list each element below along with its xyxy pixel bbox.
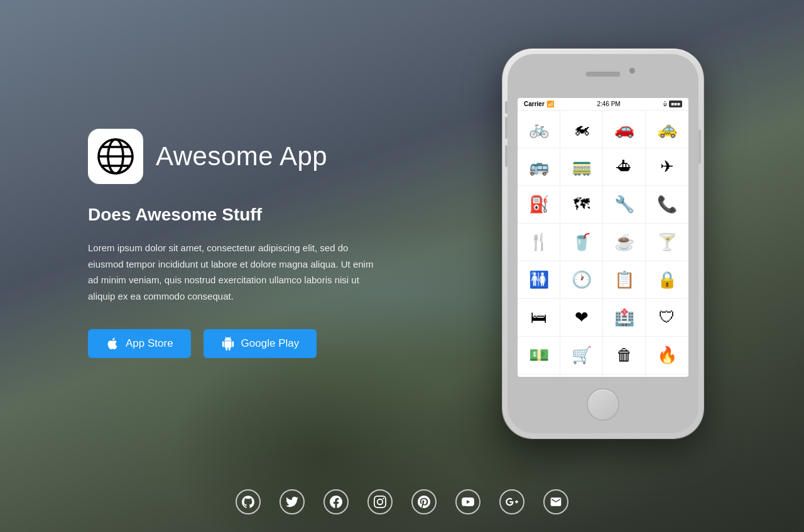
grid-restroom: 🚻 — [518, 261, 560, 299]
pinterest-icon — [418, 496, 430, 508]
twitter-icon — [286, 496, 298, 508]
facebook-icon — [330, 496, 342, 508]
app-description: Lorem ipsum dolor sit amet, consectetur … — [88, 240, 377, 304]
grid-bicycle: 🚲 — [518, 111, 560, 148]
grid-bed: 🛏 — [518, 299, 560, 337]
time-label: 2:46 PM — [597, 100, 620, 107]
instagram-link[interactable] — [367, 489, 393, 514]
globe-icon — [97, 138, 134, 175]
googleplus-icon — [506, 496, 518, 508]
grid-cocktail: 🍸 — [646, 224, 688, 261]
grid-cooking: 🍳 — [560, 374, 603, 377]
phone-inner: Carrier 📶 2:46 PM ὐ‌ ■■■ 🚲 — [508, 54, 698, 433]
twitter-link[interactable] — [280, 489, 305, 514]
google-play-label: Google Play — [241, 337, 300, 350]
grid-heart: ❤ — [560, 299, 603, 337]
grid-trash: 🗑 — [603, 337, 646, 374]
grid-drink: 🥤 — [560, 224, 603, 261]
android-icon — [221, 337, 235, 350]
grid-clipboard: 📋 — [603, 261, 646, 299]
grid-fire: 🔥 — [646, 337, 688, 374]
github-link[interactable] — [236, 489, 261, 514]
apple-icon — [106, 337, 119, 350]
phone-screen: Carrier 📶 2:46 PM ὐ‌ ■■■ 🚲 — [518, 98, 688, 377]
volume-down-button — [505, 145, 508, 167]
youtube-icon — [462, 496, 474, 508]
store-buttons: App Store Google Play — [88, 329, 477, 358]
carrier-label: Carrier 📶 — [524, 100, 554, 107]
grid-map: 🗺 — [560, 186, 603, 224]
app-icon — [88, 129, 143, 184]
instagram-icon — [374, 496, 386, 508]
page-content: Awesome App Does Awesome Stuff Lorem ips… — [0, 0, 804, 532]
phone-mockup: Carrier 📶 2:46 PM ὐ‌ ■■■ 🚲 — [503, 49, 704, 438]
grid-phone: 📞 — [646, 186, 688, 224]
grid-plane: ✈ — [646, 148, 688, 186]
grid-wrench: 🔧 — [603, 186, 646, 224]
pinterest-link[interactable] — [411, 489, 437, 514]
grid-taxi: 🚕 — [646, 111, 688, 148]
mute-button — [505, 101, 508, 114]
app-tagline: Does Awesome Stuff — [88, 204, 477, 225]
grid-boat: ⛴ — [603, 148, 646, 186]
grid-motorcycle: 🏍 — [560, 111, 603, 148]
grid-laptop: 💻 — [603, 374, 646, 377]
phone-frame-wrapper: Carrier 📶 2:46 PM ὐ‌ ■■■ 🚲 — [503, 49, 704, 438]
grid-shield: 🛡 — [646, 299, 688, 337]
power-button — [698, 129, 701, 164]
grid-cart: 🛒 — [560, 337, 603, 374]
left-column: Awesome App Does Awesome Stuff Lorem ips… — [88, 129, 477, 359]
app-icon-grid: 🚲 🏍 🚗 🚕 🚌 🚃 ⛴ ✈ ⛽ — [518, 111, 688, 377]
grid-clock: 🕐 — [560, 261, 603, 299]
email-icon — [550, 496, 562, 508]
grid-food: 🍴 — [518, 224, 560, 261]
grid-camera: 📷 — [646, 374, 688, 377]
youtube-link[interactable] — [455, 489, 481, 514]
battery-indicator: ■■■ — [669, 100, 682, 107]
home-button[interactable] — [587, 388, 619, 421]
phone-frame: Carrier 📶 2:46 PM ὐ‌ ■■■ 🚲 — [503, 49, 704, 438]
battery-icon: ὐ‌ — [663, 100, 667, 107]
phone-speaker — [586, 72, 621, 77]
volume-up-button — [505, 117, 508, 139]
status-indicators: ὐ‌ ■■■ — [663, 100, 682, 107]
grid-gas: ⛽ — [518, 186, 560, 224]
grid-coffee: ☕ — [603, 224, 646, 261]
facebook-link[interactable] — [323, 489, 349, 514]
grid-medical: 🏥 — [603, 299, 646, 337]
status-bar: Carrier 📶 2:46 PM ὐ‌ ■■■ — [518, 98, 688, 111]
footer — [0, 474, 804, 532]
app-header: Awesome App — [88, 129, 477, 184]
app-store-button[interactable]: App Store — [88, 329, 191, 358]
app-store-label: App Store — [126, 337, 173, 350]
grid-lock: 🔒 — [646, 261, 688, 299]
github-icon — [242, 496, 254, 508]
google-play-button[interactable]: Google Play — [204, 329, 317, 358]
grid-tram: 🚃 — [560, 148, 603, 186]
grid-car: 🚗 — [603, 111, 646, 148]
grid-bus: 🚌 — [518, 148, 560, 186]
grid-money: 💵 — [518, 337, 560, 374]
phone-camera — [629, 68, 635, 73]
email-link[interactable] — [543, 489, 568, 514]
grid-wifi: 📶 — [518, 374, 560, 377]
app-title: Awesome App — [156, 141, 327, 171]
main-section: Awesome App Does Awesome Stuff Lorem ips… — [0, 0, 804, 474]
googleplus-link[interactable] — [499, 489, 524, 514]
